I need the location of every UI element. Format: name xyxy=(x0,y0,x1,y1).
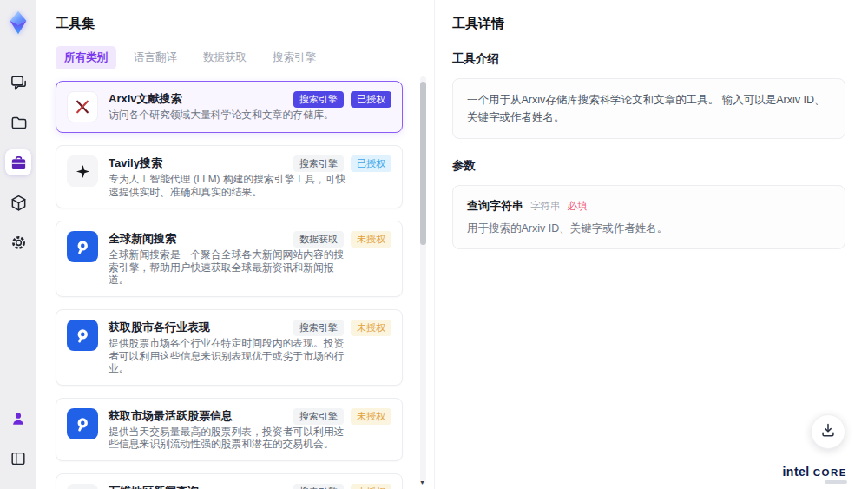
params-heading: 参数 xyxy=(452,158,845,174)
list-scrollbar-track[interactable]: ▼ xyxy=(420,76,426,484)
left-rail xyxy=(0,0,36,489)
sidebar-item-models[interactable] xyxy=(5,189,31,215)
tab-1[interactable]: 语言翻译 xyxy=(125,46,186,69)
tool-card[interactable]: 全球新闻搜索全球新闻搜索是一个聚合全球各大新闻网站内容的搜索引擎，帮助用户快速获… xyxy=(56,221,403,297)
category-badge: 搜索引擎 xyxy=(293,91,344,108)
tool-desc: 提供当天交易量最高的股票列表，投资者可以利用这些信息来识别流动性强的股票和潜在的… xyxy=(108,426,348,451)
sidebar-nav xyxy=(5,63,31,262)
sidebar-item-chat[interactable] xyxy=(5,69,31,96)
tavily-icon xyxy=(67,155,98,187)
cube-icon xyxy=(10,194,28,212)
category-badge: 搜索引擎 xyxy=(293,320,344,336)
news-icon xyxy=(67,484,98,489)
intro-heading: 工具介绍 xyxy=(452,51,845,67)
tool-card[interactable]: Arxiv文献搜索访问各个研究领域大量科学论文和文章的存储库。搜索引擎已授权 xyxy=(56,81,403,133)
user-icon xyxy=(10,410,27,427)
tool-desc: 全球新闻搜索是一个聚合全球各大新闻网站内容的搜索引擎，帮助用户快速获取全球最新资… xyxy=(108,248,348,287)
scrollbar-down-arrow-icon[interactable]: ▼ xyxy=(419,479,425,486)
quark-icon xyxy=(67,320,98,351)
auth-status-badge: 未授权 xyxy=(351,484,391,489)
auth-status-badge: 未授权 xyxy=(351,408,391,425)
tool-list-panel: 工具集 所有类别语言翻译数据获取搜索引擎 Arxiv文献搜索访问各个研究领域大量… xyxy=(36,0,434,489)
tool-desc: 专为人工智能代理 (LLM) 构建的搜索引擎工具，可快速提供实时、准确和真实的结… xyxy=(108,173,348,198)
param-card: 查询字符串 字符串 必填 用于搜索的Arxiv ID、关键字或作者姓名。 xyxy=(452,185,845,249)
category-badge: 数据获取 xyxy=(293,231,344,248)
tool-desc: 访问各个研究领域大量科学论文和文章的存储库。 xyxy=(108,109,334,122)
param-required-badge: 必填 xyxy=(568,200,588,213)
tool-list: Arxiv文献搜索访问各个研究领域大量科学论文和文章的存储库。搜索引擎已授权Ta… xyxy=(56,81,403,489)
sidebar-item-panels[interactable] xyxy=(5,446,31,472)
brand-underline xyxy=(825,480,847,484)
download-button[interactable] xyxy=(811,414,845,449)
gear-icon xyxy=(10,234,28,252)
auth-status-badge: 已授权 xyxy=(351,155,391,172)
sidebar-bottom xyxy=(5,399,31,479)
tool-card[interactable]: 万维地区新闻查询查询具体行政区划内的新闻，快速了解各地新闻动态搜索引擎未授权 xyxy=(56,473,403,489)
category-tabs: 所有类别语言翻译数据获取搜索引擎 xyxy=(56,46,403,69)
tab-0[interactable]: 所有类别 xyxy=(56,46,116,69)
chat-icon xyxy=(10,74,28,92)
category-badge: 搜索引擎 xyxy=(293,484,344,489)
tool-badges: 搜索引擎已授权 xyxy=(293,155,391,172)
sidebar-item-profile[interactable] xyxy=(5,406,31,432)
list-scrollbar-thumb[interactable] xyxy=(420,82,426,245)
brand-core: CORE xyxy=(813,467,847,478)
intel-core-logo: intel CORE xyxy=(782,465,847,479)
tool-card[interactable]: 获取股市各行业表现提供股票市场各个行业在特定时间段内的表现。投资者可以利用这些信… xyxy=(56,309,403,386)
tool-card[interactable]: Tavily搜索专为人工智能代理 (LLM) 构建的搜索引擎工具，可快速提供实时… xyxy=(56,145,403,208)
param-name: 查询字符串 xyxy=(467,198,523,214)
category-badge: 搜索引擎 xyxy=(293,408,344,425)
briefcase-icon xyxy=(10,154,28,172)
param-head: 查询字符串 字符串 必填 xyxy=(467,198,831,214)
auth-status-badge: 未授权 xyxy=(351,320,391,336)
param-type: 字符串 xyxy=(530,200,561,213)
tab-2[interactable]: 数据获取 xyxy=(194,46,255,69)
page-title: 工具集 xyxy=(56,16,403,32)
tool-detail-panel: 工具详情 工具介绍 一个用于从Arxiv存储库搜索科学论文和文章的工具。 输入可… xyxy=(434,0,868,489)
layout-icon xyxy=(10,450,27,467)
quark-icon xyxy=(67,408,98,439)
intro-text: 一个用于从Arxiv存储库搜索科学论文和文章的工具。 输入可以是Arxiv ID… xyxy=(452,78,845,139)
tool-badges: 搜索引擎已授权 xyxy=(293,91,391,108)
param-desc: 用于搜索的Arxiv ID、关键字或作者姓名。 xyxy=(467,221,831,236)
tab-3[interactable]: 搜索引擎 xyxy=(264,46,325,69)
download-icon xyxy=(819,421,837,442)
tool-badges: 搜索引擎未授权 xyxy=(293,484,391,489)
sidebar-item-settings[interactable] xyxy=(5,229,31,255)
category-badge: 搜索引擎 xyxy=(293,155,344,172)
auth-status-badge: 已授权 xyxy=(351,91,391,108)
tool-desc: 提供股票市场各个行业在特定时间段内的表现。投资者可以利用这些信息来识别表现优于或… xyxy=(108,337,348,375)
arxiv-icon xyxy=(67,91,98,122)
tool-card[interactable]: 获取市场最活跃股票信息提供当天交易量最高的股票列表，投资者可以利用这些信息来识别… xyxy=(56,398,403,461)
tool-badges: 数据获取未授权 xyxy=(293,231,391,248)
auth-status-badge: 未授权 xyxy=(351,231,391,248)
sidebar-item-files[interactable] xyxy=(5,109,31,135)
folder-icon xyxy=(10,114,28,132)
tool-badges: 搜索引擎未授权 xyxy=(293,408,391,425)
detail-title: 工具详情 xyxy=(452,16,845,32)
tool-badges: 搜索引擎未授权 xyxy=(293,320,391,336)
brand-intel: intel xyxy=(782,465,809,479)
quark-icon xyxy=(67,231,98,262)
sidebar-item-toolbox[interactable] xyxy=(5,149,31,175)
gem-logo-icon xyxy=(4,9,32,36)
